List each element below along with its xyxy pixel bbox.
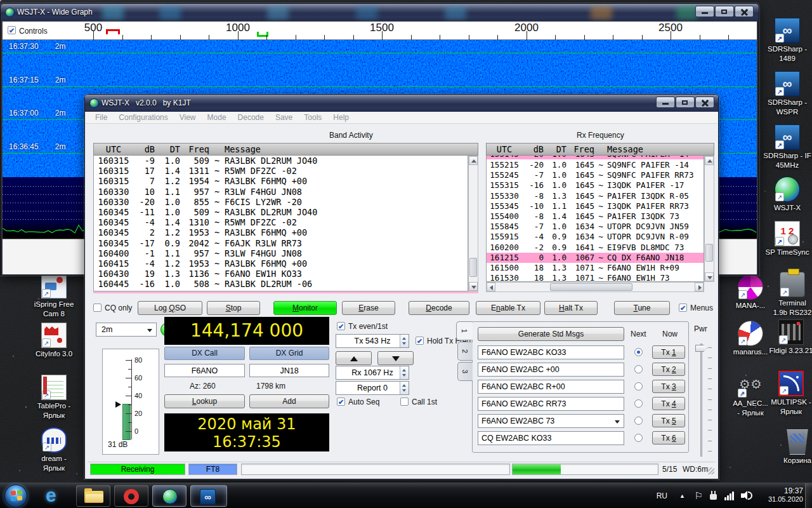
- action-center-flag-icon[interactable]: ⚐: [695, 490, 703, 502]
- next-radio[interactable]: [634, 399, 643, 408]
- tx-now-button[interactable]: Tx 5: [652, 414, 685, 427]
- main-titlebar[interactable]: WSJT-X v2.0.0 by K1JT: [85, 95, 718, 112]
- next-radio[interactable]: [634, 434, 643, 442]
- tx-message-field[interactable]: F6ANO EW2ABC 73: [478, 414, 624, 428]
- monitor-button[interactable]: Monitor: [273, 301, 337, 315]
- decode-button[interactable]: Decode: [409, 301, 469, 315]
- tx-now-button[interactable]: Tx 4: [652, 397, 685, 410]
- desktop-icon-sdrsharp-if[interactable]: ∞↗SDRSharp - IF45MHz: [760, 124, 812, 170]
- band-select[interactable]: 2m: [96, 323, 157, 337]
- dx-grid-field[interactable]: JN18: [249, 364, 329, 377]
- decode-row[interactable]: 160200-20.91641~EI9FVB DL8MDC 73: [487, 243, 704, 253]
- tx-message-field[interactable]: CQ EW2ABC KO33: [478, 431, 624, 445]
- explorer-taskbar-button[interactable]: [76, 485, 110, 507]
- menu-item-help[interactable]: Help: [327, 113, 355, 122]
- menu-item-mode[interactable]: Mode: [202, 113, 232, 122]
- decode-row[interactable]: 160330-201.0855~F6CIS LY2WR -20: [94, 197, 468, 207]
- tx-now-button[interactable]: Tx 6: [652, 431, 685, 444]
- decode-row[interactable]: 160345-41.41310~R5WM DF2ZC -02: [94, 217, 468, 227]
- tx-frequency-marker[interactable]: [106, 29, 120, 34]
- desktop-icon-sdrsharp-[interactable]: ∞↗SDRSharp -WSPR: [760, 71, 812, 117]
- message-tab-3[interactable]: 3: [457, 362, 473, 381]
- decode-row[interactable]: 155330-81.31645~PA1FER I3QDK R-05: [487, 191, 704, 201]
- scroll-down-button[interactable]: [705, 272, 714, 281]
- tx-message-field[interactable]: F6ANO EW2ABC R+00: [478, 380, 624, 394]
- decode-row[interactable]: 160315171.41311~R5WM DF2ZC -02: [94, 166, 468, 176]
- menu-item-view[interactable]: View: [174, 113, 202, 122]
- menu-item-decode[interactable]: Decode: [232, 113, 270, 122]
- next-radio[interactable]: [634, 382, 643, 391]
- wsjtx-taskbar-button[interactable]: [152, 485, 187, 507]
- scroll-right-button[interactable]: [695, 283, 704, 291]
- log-qso-button[interactable]: Log QSO: [138, 301, 202, 315]
- desktop-icon-wsjt-x[interactable]: ↗WSJT-X: [760, 177, 812, 213]
- tx-now-button[interactable]: Tx 1: [652, 345, 685, 359]
- generate-std-msgs-button[interactable]: Generate Std Msgs: [478, 327, 624, 341]
- tune-button[interactable]: Tune: [614, 301, 670, 315]
- opera-taskbar-button[interactable]: [114, 485, 148, 507]
- dx-call-field[interactable]: F6ANO: [164, 364, 245, 377]
- menu-item-configurations[interactable]: Configurations: [113, 113, 173, 122]
- minimize-button[interactable]: [695, 6, 714, 17]
- freq-down-button[interactable]: [377, 351, 414, 365]
- rx-horizontal-scrollbar[interactable]: [486, 282, 704, 292]
- maximize-button[interactable]: [676, 97, 695, 108]
- decode-row[interactable]: 16031571.21954~RA3LBK F6HMQ +00: [94, 176, 468, 186]
- enable-tx-button[interactable]: Enable Tx: [476, 301, 540, 315]
- decode-row[interactable]: 155245-71.01645~SQ9NFC PA1FER RR73: [487, 170, 704, 180]
- desktop-icon-sdrsharp-[interactable]: ∞↗SDRSharp -1489: [760, 18, 812, 64]
- tx-now-button[interactable]: Tx 3: [652, 380, 685, 393]
- decode-row[interactable]: 155145-201.01645~SQ9NFC PA1FER -14: [487, 156, 704, 159]
- freq-up-button[interactable]: [336, 351, 372, 365]
- decode-row[interactable]: 160400-11.1957~R3LW F4HGU JN08: [94, 248, 468, 258]
- stop-button[interactable]: Stop: [207, 301, 260, 315]
- next-radio[interactable]: [634, 365, 643, 373]
- tray-clock[interactable]: 19:37 31.05.2020: [756, 486, 803, 503]
- decode-row[interactable]: 160445-161.0508~RA3LBK DL2RUM -06: [94, 279, 468, 289]
- language-indicator[interactable]: RU: [657, 491, 667, 500]
- desktop-icon-tablepro-[interactable]: ↗TablePro -Ярлык: [27, 375, 81, 420]
- maximize-button[interactable]: [715, 6, 734, 17]
- desktop-icon-ispring-free[interactable]: ↗iSpring FreeCam 8: [27, 273, 81, 319]
- wide-graph-titlebar[interactable]: WSJT-X - Wide Graph: [1, 4, 759, 21]
- sdrsharp-taskbar-button[interactable]: ∞: [190, 485, 227, 507]
- decode-row[interactable]: 160345-111.0509~RA3LBK DL2RUM JO40: [94, 207, 468, 217]
- decode-row[interactable]: 155345-101.11645~I3QDK PA1FER RR73: [487, 201, 704, 211]
- decode-row[interactable]: 16121501.01067~CQ DX F6ANO JN18: [487, 253, 704, 263]
- desktop-icon-fldigi-3-23-21[interactable]: ↗Fldigi 3.23.21: [764, 319, 812, 356]
- tx-message-field[interactable]: F6ANO EW2ABC KO33: [478, 345, 624, 359]
- decode-row[interactable]: 16034521.21953~RA3LBK F6HMQ +00: [94, 227, 468, 237]
- tx-even-checkbox[interactable]: ✔: [337, 322, 345, 330]
- scrollbar-thumb[interactable]: [550, 283, 632, 291]
- internet-explorer-icon[interactable]: e: [46, 485, 56, 506]
- band-activity-list[interactable]: 160315-91.0509~RA3LBK DL2RUM JO401603151…: [93, 156, 468, 291]
- tray-expand-icon[interactable]: ▲: [679, 493, 685, 499]
- tx-message-field[interactable]: F6ANO EW2ABC RR73: [478, 397, 624, 411]
- desktop-icon-sp-timesync[interactable]: 1 2↗SP TimeSync: [760, 221, 812, 257]
- next-radio[interactable]: [634, 417, 643, 425]
- desktop-icon-multipsk-[interactable]: ↗MULTIPSK -Ярлык: [764, 371, 812, 417]
- spinner-buttons[interactable]: [400, 382, 409, 394]
- controls-checkbox[interactable]: ✔: [8, 26, 16, 34]
- pwr-slider-handle[interactable]: [695, 345, 707, 352]
- menu-item-tools[interactable]: Tools: [298, 113, 327, 122]
- decode-row[interactable]: 160315-91.0509~RA3LBK DL2RUM JO40: [94, 156, 468, 166]
- pwr-slider-track[interactable]: [700, 344, 702, 457]
- decode-row[interactable]: 161530181.31071~F6ANO EW1H 73: [487, 273, 704, 282]
- desktop-icon-корзина[interactable]: Корзина: [770, 429, 812, 465]
- close-button[interactable]: [735, 6, 754, 17]
- desktop-icon-dream-[interactable]: ↗dream -Ярлык: [27, 427, 81, 473]
- dx-grid-header[interactable]: DX Grid: [249, 347, 329, 360]
- cq-only-checkbox[interactable]: [93, 304, 102, 312]
- menu-item-file[interactable]: File: [89, 113, 113, 122]
- scroll-down-button[interactable]: [469, 282, 478, 291]
- volume-icon[interactable]: [741, 491, 754, 500]
- menus-checkbox[interactable]: ✔: [679, 304, 687, 312]
- spinner-buttons[interactable]: [400, 335, 409, 347]
- close-button[interactable]: [695, 97, 714, 108]
- minimize-button[interactable]: [656, 97, 675, 108]
- scrollbar-thumb[interactable]: [705, 244, 713, 262]
- auto-seq-checkbox[interactable]: ✔: [337, 398, 345, 406]
- decode-row[interactable]: 160430191.31136~F6ANO EW1H KO33: [94, 269, 468, 279]
- halt-tx-button[interactable]: Halt Tx: [544, 301, 598, 315]
